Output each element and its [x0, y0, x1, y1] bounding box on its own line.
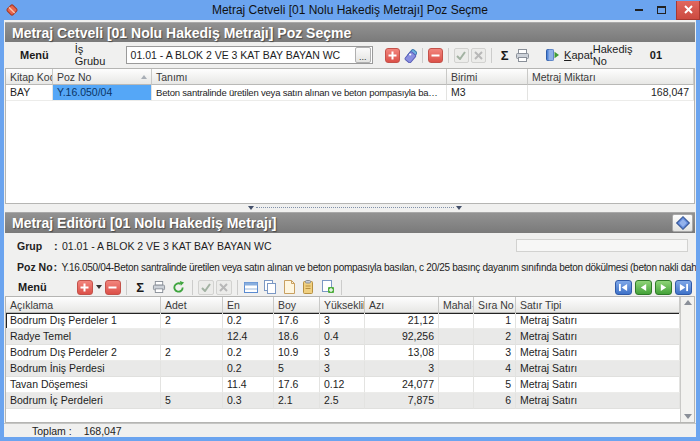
table-row[interactable]: Bodrum Dış Perdeler 2 2 0.2 10.9 3 13,08… — [6, 345, 680, 361]
cell-metraj-miktari[interactable]: 168,047 — [528, 85, 694, 101]
separator — [126, 280, 127, 295]
paste-button[interactable] — [281, 279, 298, 295]
refresh-button[interactable] — [170, 279, 187, 295]
apply-button[interactable] — [454, 48, 469, 63]
cancel-button[interactable] — [471, 48, 486, 63]
browse-ellipsis-button[interactable]: ... — [355, 47, 371, 63]
cell-kitap-kodu[interactable]: BAY — [6, 85, 53, 101]
scroll-down-icon[interactable] — [684, 414, 692, 419]
is-grubu-combobox[interactable]: 01.01 - A BLOK 2 VE 3 KAT BAY BAYAN WC .… — [126, 46, 373, 64]
page-plus-icon — [321, 280, 334, 294]
editor-cancel-button[interactable] — [216, 280, 232, 295]
copy-icon — [263, 280, 277, 294]
tags-button[interactable] — [402, 47, 418, 63]
tags-icon — [402, 48, 417, 63]
titlebar[interactable]: Metraj Cetveli [01 Nolu Hakediş Metrajı]… — [0, 0, 700, 20]
window-title: Metraj Cetveli [01 Nolu Hakediş Metrajı]… — [0, 3, 700, 17]
add-button[interactable] — [385, 48, 400, 63]
rows-icon — [244, 281, 258, 294]
check-icon — [201, 283, 211, 292]
remove-icon — [108, 283, 117, 292]
column-header-boy[interactable]: Boy — [274, 297, 320, 313]
editor-add-button[interactable] — [77, 280, 93, 295]
scroll-up-icon[interactable] — [684, 300, 692, 305]
cell-birimi[interactable]: M3 — [447, 85, 528, 101]
column-header-sira-no[interactable]: Sıra No — [474, 297, 516, 313]
x-icon — [474, 51, 483, 60]
table-row[interactable]: Bodrum İç Perdeleri 5 0.3 2.1 2.5 7,875 … — [6, 393, 680, 409]
remove-icon — [431, 51, 440, 60]
is-grubu-label: İş Grubu — [75, 43, 114, 67]
editor-menu-button[interactable]: Menü — [18, 281, 47, 293]
add-dropdown-icon[interactable] — [96, 285, 102, 289]
editor-apply-button[interactable] — [198, 280, 214, 295]
kapat-button[interactable]: Kapat — [545, 48, 593, 62]
add-icon — [388, 51, 397, 60]
sum-button[interactable]: Σ — [497, 47, 513, 63]
vertical-scrollbar[interactable] — [680, 297, 694, 422]
column-header-azi[interactable]: Azı — [365, 297, 439, 313]
x-icon — [219, 283, 228, 292]
column-header-aciklama[interactable]: Açıklama — [6, 297, 161, 313]
printer-icon — [152, 281, 166, 293]
table-row[interactable]: Bodrum İniş Perdesi 0.2 5 3 3 4 Metraj S… — [6, 361, 680, 377]
table-row[interactable]: Radye Temel 12.4 18.6 0.4 92,256 2 Metra… — [6, 329, 680, 345]
poz-grid: Kitap Kodu Poz No Tanımı Birimi Metraj M… — [5, 68, 695, 204]
clipboard-icon — [302, 280, 314, 294]
metraj-editoru-header-title: Metraj Editörü [01 Nolu Hakediş Metrajı] — [12, 215, 277, 231]
separator — [491, 48, 492, 63]
column-header-tanimi[interactable]: Tanımı — [152, 69, 447, 85]
column-header-poz-no[interactable]: Poz No — [53, 69, 152, 85]
nav-last-button[interactable] — [675, 280, 692, 295]
nav-next-icon — [658, 283, 669, 292]
separator — [448, 48, 449, 63]
minimize-button[interactable] — [628, 1, 650, 19]
splitter-track — [256, 207, 454, 208]
splitter-chevron-icon — [456, 206, 462, 210]
cell-tanimi[interactable]: Beton santralinde üretilen veya satın al… — [152, 85, 447, 101]
nav-prev-button[interactable] — [635, 280, 652, 295]
copy-insert-button[interactable] — [319, 279, 336, 295]
editor-remove-button[interactable] — [105, 280, 121, 295]
maximize-icon — [657, 6, 666, 14]
diamond-button[interactable] — [672, 214, 693, 232]
grid-splitter[interactable] — [4, 204, 696, 212]
table-row[interactable]: Bodrum Dış Perdeler 1 2 0.2 17.6 3 21,12… — [6, 313, 680, 329]
sigma-icon: Σ — [136, 280, 144, 295]
remove-button[interactable] — [428, 48, 443, 63]
nav-first-button[interactable] — [615, 280, 632, 295]
cell-poz-no-selected[interactable]: Y.16.050/04 — [53, 85, 152, 101]
copy-button[interactable] — [262, 279, 279, 295]
column-header-adet[interactable]: Adet — [161, 297, 223, 313]
editor-toolbar: Menü Σ — [4, 278, 696, 296]
refresh-icon — [172, 281, 185, 294]
print-button[interactable] — [514, 47, 530, 63]
is-grubu-value: 01.01 - A BLOK 2 VE 3 KAT BAY BAYAN WC — [127, 49, 355, 61]
column-header-yukseklik[interactable]: Yükseklik — [320, 297, 365, 313]
menu-button[interactable]: Menü — [20, 49, 49, 61]
editor-print-button[interactable] — [151, 279, 168, 295]
column-header-kitap-kodu[interactable]: Kitap Kodu — [6, 69, 53, 85]
grup-value: 01.01 - A BLOK 2 VE 3 KAT BAY BAYAN WC — [62, 240, 272, 252]
editor-sum-button[interactable]: Σ — [132, 279, 149, 295]
column-header-satir-tipi[interactable]: Satır Tipi — [516, 297, 680, 313]
poz-row-selected[interactable]: BAY Y.16.050/04 Beton santralinde üretil… — [6, 85, 694, 101]
poz-grid-header: Kitap Kodu Poz No Tanımı Birimi Metraj M… — [6, 69, 694, 85]
rows-button[interactable] — [243, 279, 260, 295]
column-header-en[interactable]: En — [223, 297, 274, 313]
maximize-button[interactable] — [650, 1, 672, 19]
close-button[interactable] — [676, 1, 700, 20]
hakedis-no-label: Hakediş No — [593, 43, 644, 67]
column-header-mahal[interactable]: Mahal — [439, 297, 474, 313]
app-window: Metraj Cetveli [01 Nolu Hakediş Metrajı]… — [0, 0, 700, 441]
poz-secme-header-title: Metraj Cetveli [01 Nolu Hakediş Metrajı]… — [12, 25, 351, 41]
nav-next-button[interactable] — [655, 280, 672, 295]
column-header-birimi[interactable]: Birimi — [447, 69, 528, 85]
table-row[interactable]: Tavan Döşemesi 11.4 17.6 0.12 24,077 5 M… — [6, 377, 680, 393]
metraj-grid-rows: Bodrum Dış Perdeler 1 2 0.2 17.6 3 21,12… — [6, 313, 694, 422]
clipboard-button[interactable] — [300, 279, 317, 295]
add-icon — [80, 283, 89, 292]
poz-info-panel: Grup : 01.01 - A BLOK 2 VE 3 KAT BAY BAY… — [4, 233, 696, 278]
column-header-metraj-miktari[interactable]: Metraj Miktarı — [528, 69, 694, 85]
hakedis-no-value: 01 — [650, 49, 662, 61]
